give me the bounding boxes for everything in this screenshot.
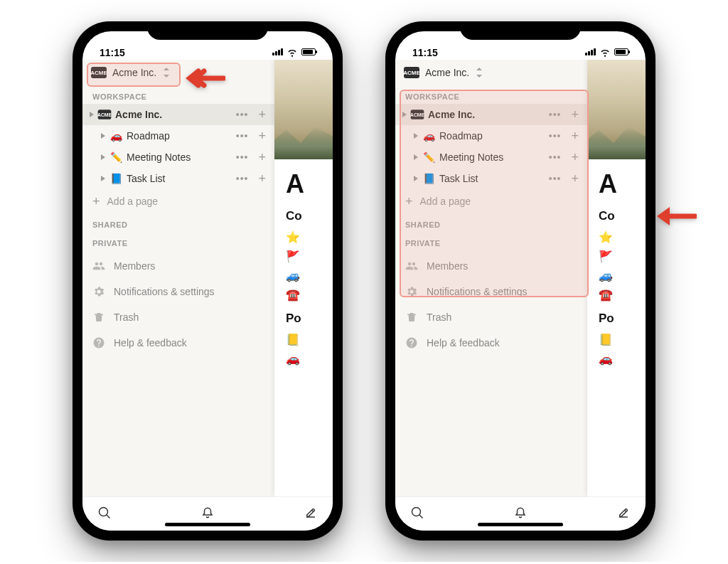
- more-icon[interactable]: •••: [233, 173, 252, 184]
- more-icon[interactable]: •••: [546, 109, 564, 120]
- page-icon: ✏️: [109, 151, 122, 163]
- wifi-icon: [599, 46, 611, 58]
- util-label: Members: [114, 260, 155, 272]
- add-subpage-icon[interactable]: +: [568, 108, 582, 121]
- peek-subheading: Po: [274, 302, 333, 329]
- add-subpage-icon[interactable]: +: [568, 172, 582, 185]
- workspace-switcher[interactable]: ACME Acme Inc.: [82, 60, 274, 85]
- trash-icon: [405, 311, 418, 324]
- compose-button[interactable]: [617, 506, 630, 522]
- home-indicator[interactable]: [165, 523, 250, 526]
- members-icon: [92, 260, 105, 272]
- page-icon: 🚗: [109, 130, 122, 142]
- page-label: Task List: [439, 173, 542, 184]
- page-row-roadmap[interactable]: 🚗 Roadmap ••• +: [82, 125, 274, 147]
- phone-right: 11:15 ACME Acme Inc. WORKSPACE: [385, 21, 655, 541]
- phone-frame: 11:15 ACME Acme Inc. WORKSPACE: [385, 21, 655, 541]
- members-row[interactable]: Members: [395, 253, 587, 279]
- settings-row[interactable]: Notifications & settings: [82, 279, 274, 304]
- signal-icon: [272, 48, 283, 55]
- peek-list: ⭐ 🚩 🚙 ☎️: [274, 226, 333, 302]
- add-subpage-icon[interactable]: +: [255, 129, 269, 142]
- util-label: Trash: [427, 312, 451, 323]
- notifications-button[interactable]: [514, 506, 527, 522]
- page-label: Roadmap: [127, 130, 229, 142]
- peek-list: 📒 🚗: [274, 329, 333, 366]
- main-content-peek[interactable]: A Co ⭐ 🚩 🚙 ☎️ Po 📒 🚗: [587, 60, 646, 496]
- workspace-name: Acme Inc.: [112, 67, 156, 78]
- add-subpage-icon[interactable]: +: [255, 172, 269, 185]
- more-icon[interactable]: •••: [546, 130, 564, 142]
- peek-subheading: Po: [587, 302, 646, 329]
- utility-list: Members Notifications & settings Trash: [395, 253, 587, 356]
- caret-icon[interactable]: [101, 154, 105, 160]
- util-label: Trash: [114, 312, 139, 323]
- battery-icon: [301, 48, 316, 55]
- add-subpage-icon[interactable]: +: [568, 129, 582, 142]
- status-time: 11:15: [412, 47, 438, 58]
- page-icon: ✏️: [422, 151, 435, 163]
- page-row-roadmap[interactable]: 🚗 Roadmap ••• +: [395, 125, 587, 147]
- app-content: ACME Acme Inc. WORKSPACE ACME Acme Inc. …: [395, 60, 646, 496]
- page-label: Meeting Notes: [127, 151, 229, 163]
- page-label: Task List: [127, 173, 229, 184]
- add-page-button[interactable]: + Add a page: [82, 189, 274, 213]
- help-row[interactable]: Help & feedback: [395, 330, 587, 356]
- more-icon[interactable]: •••: [233, 130, 252, 142]
- section-label-private: PRIVATE: [395, 232, 587, 250]
- help-icon: [405, 336, 418, 349]
- more-icon[interactable]: •••: [546, 173, 564, 184]
- search-button[interactable]: [98, 506, 111, 522]
- trash-row[interactable]: Trash: [82, 304, 274, 330]
- members-row[interactable]: Members: [82, 253, 274, 279]
- add-subpage-icon[interactable]: +: [255, 108, 269, 121]
- signal-icon: [585, 48, 596, 55]
- annotation-arrow: [183, 65, 225, 91]
- caret-icon[interactable]: [101, 133, 105, 139]
- page-row-acme[interactable]: ACME Acme Inc. ••• +: [395, 104, 587, 125]
- add-subpage-icon[interactable]: +: [568, 151, 582, 164]
- more-icon[interactable]: •••: [233, 151, 252, 163]
- page-row-meeting-notes[interactable]: ✏️ Meeting Notes ••• +: [395, 147, 587, 168]
- search-button[interactable]: [411, 506, 424, 522]
- util-label: Members: [427, 260, 468, 272]
- page-icon: 🚗: [422, 130, 435, 142]
- util-label: Help & feedback: [427, 337, 500, 348]
- sidebar: ACME Acme Inc. WORKSPACE ACME Acme Inc. …: [395, 60, 587, 496]
- more-icon[interactable]: •••: [233, 109, 252, 120]
- peek-subheading: Co: [587, 199, 646, 226]
- status-icons: [585, 46, 628, 58]
- page-row-task-list[interactable]: 📘 Task List ••• +: [395, 168, 587, 189]
- gear-icon: [405, 285, 418, 298]
- add-subpage-icon[interactable]: +: [255, 151, 269, 164]
- main-content-peek[interactable]: A Co ⭐ 🚩 🚙 ☎️ Po 📒 🚗: [274, 60, 333, 496]
- compose-button[interactable]: [304, 506, 317, 522]
- page-icon: ACME: [98, 109, 111, 120]
- trash-row[interactable]: Trash: [395, 304, 587, 330]
- peek-list: 📒 🚗: [587, 329, 646, 366]
- cover-image: [274, 60, 333, 159]
- page-row-task-list[interactable]: 📘 Task List ••• +: [82, 168, 274, 189]
- notifications-button[interactable]: [201, 506, 214, 522]
- help-row[interactable]: Help & feedback: [82, 330, 274, 356]
- add-page-button[interactable]: + Add a page: [395, 189, 587, 213]
- page-row-acme[interactable]: ACME Acme Inc. ••• +: [82, 104, 274, 125]
- caret-icon[interactable]: [101, 176, 105, 181]
- workspace-switcher[interactable]: ACME Acme Inc.: [395, 60, 587, 85]
- gear-icon: [92, 285, 105, 298]
- caret-icon[interactable]: [90, 112, 94, 117]
- phone-screen: 11:15 ACME Acme Inc. WORKSPACE: [395, 31, 646, 531]
- more-icon[interactable]: •••: [546, 151, 564, 163]
- caret-icon[interactable]: [414, 154, 418, 160]
- page-row-meeting-notes[interactable]: ✏️ Meeting Notes ••• +: [82, 147, 274, 168]
- section-label-shared: SHARED: [395, 213, 587, 232]
- home-indicator[interactable]: [478, 523, 563, 526]
- caret-icon[interactable]: [414, 176, 418, 181]
- caret-icon[interactable]: [414, 133, 418, 139]
- caret-icon[interactable]: [402, 112, 407, 117]
- util-label: Notifications & settings: [427, 286, 528, 297]
- section-label-shared: SHARED: [82, 213, 274, 232]
- status-icons: [272, 46, 316, 58]
- settings-row[interactable]: Notifications & settings: [395, 279, 587, 304]
- status-time: 11:15: [100, 47, 125, 58]
